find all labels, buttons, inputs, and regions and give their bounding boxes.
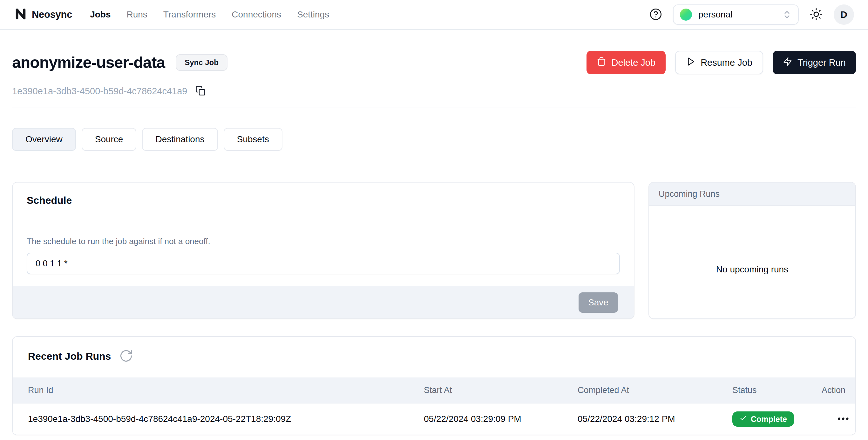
upcoming-runs-header: Upcoming Runs <box>649 182 855 206</box>
trash-icon <box>597 57 606 69</box>
row-actions-button[interactable] <box>836 412 850 427</box>
action-cell <box>806 412 855 427</box>
ellipsis-icon <box>836 412 850 427</box>
upcoming-runs-card: Upcoming Runs No upcoming runs <box>648 182 856 319</box>
lightning-icon <box>783 57 793 69</box>
cron-schedule-input[interactable] <box>27 253 620 274</box>
start-at-cell: 05/22/2024 03:29:09 PM <box>409 414 562 424</box>
nav-item-settings[interactable]: Settings <box>297 9 329 20</box>
brand-name: Neosync <box>32 9 72 20</box>
chevrons-up-down-icon <box>782 10 792 20</box>
nav-item-connections[interactable]: Connections <box>231 9 281 20</box>
upcoming-runs-empty-text: No upcoming runs <box>649 206 855 318</box>
copy-job-id-button[interactable] <box>195 86 206 97</box>
schedule-title: Schedule <box>27 195 620 206</box>
col-header-start-at: Start At <box>409 385 562 395</box>
page-content: anonymize-user-data Sync Job Delete Job <box>0 51 868 435</box>
schedule-description: The schedule to run the job against if n… <box>27 237 620 246</box>
table-row: 1e390e1a-3db3-4500-b59d-4c78624c41a9-202… <box>13 404 855 435</box>
col-header-status: Status <box>717 385 806 395</box>
top-nav: Neosync Jobs Runs Transformers Connectio… <box>0 0 868 30</box>
help-icon <box>649 8 662 22</box>
tab-overview[interactable]: Overview <box>12 128 76 151</box>
run-id-cell: 1e390e1a-3db3-4500-b59d-4c78624c41a9-202… <box>13 414 409 424</box>
play-icon <box>686 57 695 69</box>
header-divider <box>12 108 856 108</box>
help-button[interactable] <box>649 8 662 22</box>
account-switcher[interactable]: personal <box>673 4 799 25</box>
recent-job-runs-title: Recent Job Runs <box>28 350 111 362</box>
nav-item-runs[interactable]: Runs <box>126 9 147 20</box>
tab-source[interactable]: Source <box>82 128 136 151</box>
runs-table-header: Run Id Start At Completed At Status Acti… <box>13 377 855 404</box>
copy-icon <box>195 86 206 97</box>
job-type-badge: Sync Job <box>176 54 227 71</box>
org-label: personal <box>698 9 732 20</box>
refresh-runs-button[interactable] <box>119 349 133 364</box>
status-cell: Complete <box>717 411 806 427</box>
user-avatar[interactable]: D <box>834 4 854 25</box>
save-button[interactable]: Save <box>579 293 618 313</box>
neosync-logo-icon <box>14 7 27 22</box>
schedule-card-footer: Save <box>13 286 634 318</box>
tab-subsets[interactable]: Subsets <box>224 128 282 151</box>
col-header-run-id: Run Id <box>13 385 409 395</box>
delete-job-button[interactable]: Delete Job <box>587 51 665 74</box>
completed-at-cell: 05/22/2024 03:29:12 PM <box>562 414 717 424</box>
nav-item-transformers[interactable]: Transformers <box>163 9 216 20</box>
col-header-action: Action <box>806 385 855 395</box>
runs-table: Run Id Start At Completed At Status Acti… <box>13 377 855 435</box>
nav-item-jobs[interactable]: Jobs <box>90 9 111 20</box>
trigger-run-button[interactable]: Trigger Run <box>773 51 856 74</box>
recent-job-runs-card: Recent Job Runs Run Id Start At Complete… <box>12 336 856 435</box>
col-header-completed-at: Completed At <box>562 385 717 395</box>
theme-toggle-button[interactable] <box>810 8 823 22</box>
job-id-text: 1e390e1a-3db3-4500-b59d-4c78624c41a9 <box>12 86 187 97</box>
page-title: anonymize-user-data <box>12 53 165 72</box>
job-tabs: Overview Source Destinations Subsets <box>12 128 856 151</box>
main-nav: Jobs Runs Transformers Connections Setti… <box>90 9 329 20</box>
resume-job-button[interactable]: Resume Job <box>675 51 763 74</box>
schedule-card: Schedule The schedule to run the job aga… <box>12 182 634 319</box>
refresh-icon <box>119 349 133 364</box>
check-icon <box>739 414 747 424</box>
sun-icon <box>810 8 823 22</box>
status-badge: Complete <box>732 411 794 427</box>
tab-destinations[interactable]: Destinations <box>142 128 218 151</box>
org-avatar <box>680 8 692 21</box>
brand[interactable]: Neosync <box>14 7 72 22</box>
